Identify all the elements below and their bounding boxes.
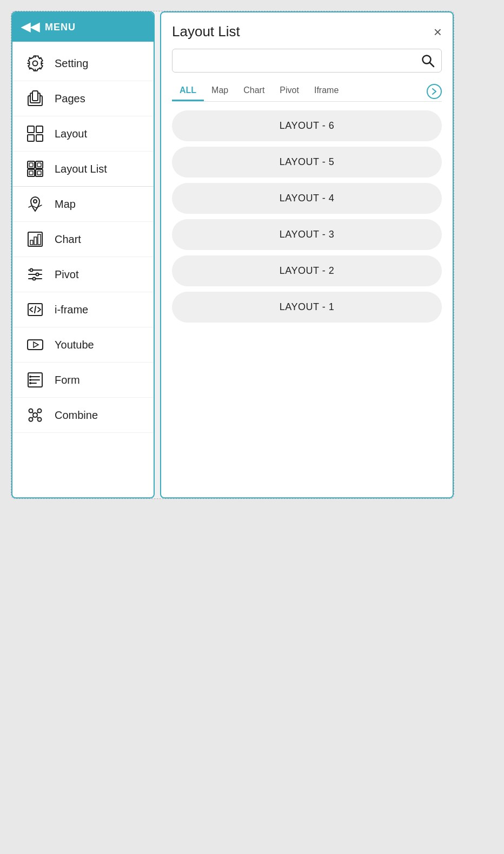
svg-rect-13 xyxy=(37,163,41,167)
sidebar-item-form-label: Form xyxy=(55,374,80,386)
tab-all[interactable]: ALL xyxy=(172,81,204,101)
svg-point-0 xyxy=(33,61,38,66)
svg-rect-4 xyxy=(28,126,34,133)
svg-rect-18 xyxy=(30,240,33,245)
layout-list-icon xyxy=(25,159,45,179)
chart-icon xyxy=(25,229,45,249)
svg-point-36 xyxy=(29,379,31,381)
sidebar-item-layout-list-label: Layout List xyxy=(55,163,107,175)
layout-icon xyxy=(25,124,45,143)
svg-line-48 xyxy=(430,63,434,67)
sidebar-item-combine[interactable]: Combine xyxy=(12,398,154,433)
sidebar-item-pivot-label: Pivot xyxy=(55,268,78,281)
tabs-next-button[interactable] xyxy=(427,84,442,99)
layout-list: LAYOUT - 6 LAYOUT - 5 LAYOUT - 4 LAYOUT … xyxy=(172,110,442,323)
sidebar-item-pages[interactable]: Pages xyxy=(12,81,154,116)
svg-rect-14 xyxy=(29,171,33,175)
sidebar-item-combine-label: Combine xyxy=(55,409,98,422)
layout-item-2[interactable]: LAYOUT - 2 xyxy=(172,255,442,286)
layout-item-1[interactable]: LAYOUT - 1 xyxy=(172,292,442,323)
layout-item-4[interactable]: LAYOUT - 4 xyxy=(172,183,442,214)
svg-point-39 xyxy=(29,409,33,413)
svg-point-24 xyxy=(30,269,33,272)
map-icon xyxy=(25,194,45,214)
svg-rect-7 xyxy=(36,135,43,141)
pages-icon xyxy=(25,89,45,108)
close-button[interactable]: × xyxy=(434,25,442,39)
sidebar-item-map-label: Map xyxy=(55,198,76,211)
svg-rect-19 xyxy=(34,237,37,245)
iframe-icon xyxy=(25,300,45,319)
sidebar-item-youtube[interactable]: Youtube xyxy=(12,327,154,363)
sidebar-item-iframe-label: i-frame xyxy=(55,304,88,316)
sidebar-item-chart-label: Chart xyxy=(55,233,81,246)
sidebar-item-iframe[interactable]: i-frame xyxy=(12,292,154,327)
tab-map[interactable]: Map xyxy=(204,81,236,101)
tab-iframe[interactable]: Iframe xyxy=(307,81,346,101)
sidebar-item-layout[interactable]: Layout xyxy=(12,116,154,152)
sidebar-item-setting-label: Setting xyxy=(55,57,88,70)
search-bar xyxy=(172,49,442,73)
svg-rect-15 xyxy=(37,171,41,175)
sidebar-item-pivot[interactable]: Pivot xyxy=(12,257,154,292)
layout-item-6[interactable]: LAYOUT - 6 xyxy=(172,110,442,141)
svg-point-40 xyxy=(38,409,42,413)
svg-rect-5 xyxy=(36,126,43,133)
svg-rect-9 xyxy=(36,161,43,168)
search-button[interactable] xyxy=(421,54,435,68)
layout-item-5[interactable]: LAYOUT - 5 xyxy=(172,147,442,178)
svg-rect-10 xyxy=(28,169,35,176)
sidebar: ◀◀ MENU Setting xyxy=(11,11,155,498)
layout-item-3[interactable]: LAYOUT - 3 xyxy=(172,219,442,250)
sidebar-item-chart[interactable]: Chart xyxy=(12,222,154,257)
back-button[interactable]: ◀◀ xyxy=(21,20,39,34)
sidebar-item-map[interactable]: Map xyxy=(12,187,154,222)
svg-line-46 xyxy=(37,417,38,418)
pivot-icon xyxy=(25,265,45,284)
form-icon xyxy=(25,370,45,390)
panel-header: Layout List × xyxy=(172,23,442,40)
sidebar-menu: Setting Pages xyxy=(12,42,154,437)
search-input[interactable] xyxy=(179,55,421,67)
svg-rect-8 xyxy=(28,161,35,168)
sidebar-item-layout-list[interactable]: Layout List xyxy=(12,152,154,187)
svg-rect-3 xyxy=(32,91,38,101)
youtube-icon xyxy=(25,335,45,354)
tab-pivot[interactable]: Pivot xyxy=(272,81,307,101)
svg-line-28 xyxy=(35,306,36,313)
panel-title: Layout List xyxy=(172,23,240,40)
tabs-row: ALL Map Chart Pivot Iframe xyxy=(172,81,442,102)
svg-point-25 xyxy=(36,273,39,276)
svg-point-26 xyxy=(33,278,36,280)
svg-rect-12 xyxy=(29,163,33,167)
svg-point-37 xyxy=(29,382,31,384)
svg-marker-30 xyxy=(34,342,38,347)
svg-point-35 xyxy=(29,376,31,378)
sidebar-item-youtube-label: Youtube xyxy=(55,339,94,351)
tab-chart[interactable]: Chart xyxy=(236,81,272,101)
svg-line-44 xyxy=(37,412,38,414)
layout-list-panel: Layout List × ALL Map Chart Pivot Iframe xyxy=(160,11,454,498)
svg-point-42 xyxy=(38,418,42,422)
svg-point-16 xyxy=(34,200,37,203)
svg-line-45 xyxy=(32,417,34,418)
svg-point-41 xyxy=(29,418,33,422)
sidebar-title: MENU xyxy=(45,22,76,33)
sidebar-item-layout-label: Layout xyxy=(55,128,87,140)
svg-line-43 xyxy=(32,412,34,414)
svg-rect-6 xyxy=(28,135,34,141)
sidebar-header: ◀◀ MENU xyxy=(12,12,154,42)
sidebar-item-form[interactable]: Form xyxy=(12,363,154,398)
sidebar-item-pages-label: Pages xyxy=(55,93,85,105)
sidebar-item-setting[interactable]: Setting xyxy=(12,46,154,81)
svg-rect-29 xyxy=(28,340,43,350)
combine-icon xyxy=(25,405,45,425)
gear-icon xyxy=(25,54,45,73)
app-container: ◀◀ MENU Setting xyxy=(11,11,454,499)
svg-rect-11 xyxy=(36,169,43,176)
svg-rect-20 xyxy=(38,234,41,245)
